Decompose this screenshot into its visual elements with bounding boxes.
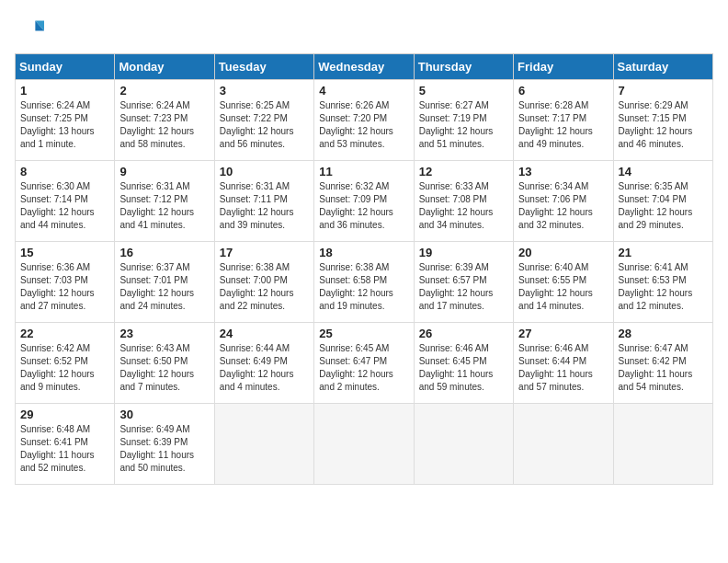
day-number: 20 bbox=[518, 246, 608, 259]
day-number: 8 bbox=[20, 165, 109, 178]
cell-info: Sunrise: 6:44 AM Sunset: 6:49 PM Dayligh… bbox=[220, 342, 309, 394]
sunrise-label: Sunrise: 6:32 AM bbox=[319, 181, 389, 191]
sunset-label: Sunset: 7:19 PM bbox=[419, 113, 487, 123]
sunrise-label: Sunrise: 6:36 AM bbox=[20, 262, 90, 272]
day-number: 19 bbox=[419, 246, 508, 259]
daylight-label: Daylight: 11 hours and 59 minutes. bbox=[419, 369, 494, 392]
calendar-day-cell: 24 Sunrise: 6:44 AM Sunset: 6:49 PM Dayl… bbox=[214, 323, 313, 404]
sunset-label: Sunset: 7:03 PM bbox=[20, 275, 88, 285]
day-number: 5 bbox=[419, 84, 508, 98]
calendar-day-cell: 2 Sunrise: 6:24 AM Sunset: 7:23 PM Dayli… bbox=[115, 80, 214, 161]
sunrise-label: Sunrise: 6:24 AM bbox=[20, 100, 90, 110]
sunset-label: Sunset: 6:42 PM bbox=[619, 356, 687, 366]
cell-info: Sunrise: 6:46 AM Sunset: 6:44 PM Dayligh… bbox=[518, 342, 608, 394]
day-number: 28 bbox=[619, 327, 708, 340]
daylight-label: Daylight: 12 hours and 51 minutes. bbox=[419, 126, 494, 149]
calendar-day-cell: 23 Sunrise: 6:43 AM Sunset: 6:50 PM Dayl… bbox=[115, 323, 214, 404]
sunrise-label: Sunrise: 6:24 AM bbox=[119, 100, 189, 110]
sunset-label: Sunset: 6:55 PM bbox=[518, 275, 586, 285]
daylight-label: Daylight: 12 hours and 2 minutes. bbox=[319, 369, 393, 392]
calendar-day-cell: 19 Sunrise: 6:39 AM Sunset: 6:57 PM Dayl… bbox=[414, 242, 513, 323]
cell-info: Sunrise: 6:24 AM Sunset: 7:23 PM Dayligh… bbox=[119, 99, 209, 151]
day-number: 11 bbox=[319, 165, 408, 178]
cell-info: Sunrise: 6:34 AM Sunset: 7:06 PM Dayligh… bbox=[518, 180, 608, 232]
calendar-day-cell: 3 Sunrise: 6:25 AM Sunset: 7:22 PM Dayli… bbox=[214, 80, 313, 161]
calendar-day-cell: 26 Sunrise: 6:46 AM Sunset: 6:45 PM Dayl… bbox=[414, 323, 513, 404]
cell-info: Sunrise: 6:45 AM Sunset: 6:47 PM Dayligh… bbox=[319, 342, 408, 394]
cell-info: Sunrise: 6:24 AM Sunset: 7:25 PM Dayligh… bbox=[20, 99, 109, 151]
daylight-label: Daylight: 11 hours and 57 minutes. bbox=[518, 369, 593, 392]
calendar-day-cell: 30 Sunrise: 6:49 AM Sunset: 6:39 PM Dayl… bbox=[115, 404, 214, 485]
daylight-label: Daylight: 12 hours and 46 minutes. bbox=[619, 126, 693, 149]
day-number: 30 bbox=[119, 408, 209, 421]
calendar-day-cell: 10 Sunrise: 6:31 AM Sunset: 7:11 PM Dayl… bbox=[214, 161, 313, 242]
day-number: 7 bbox=[619, 84, 708, 98]
sunrise-label: Sunrise: 6:31 AM bbox=[220, 181, 290, 191]
day-number: 25 bbox=[319, 327, 408, 340]
day-number: 2 bbox=[119, 84, 209, 98]
sunrise-label: Sunrise: 6:29 AM bbox=[619, 100, 688, 110]
calendar-day-cell: 27 Sunrise: 6:46 AM Sunset: 6:44 PM Dayl… bbox=[514, 323, 613, 404]
cell-info: Sunrise: 6:35 AM Sunset: 7:04 PM Dayligh… bbox=[619, 180, 708, 232]
cell-info: Sunrise: 6:26 AM Sunset: 7:20 PM Dayligh… bbox=[319, 99, 408, 151]
calendar-day-cell: 8 Sunrise: 6:30 AM Sunset: 7:14 PM Dayli… bbox=[16, 161, 115, 242]
sunrise-label: Sunrise: 6:42 AM bbox=[20, 343, 90, 353]
calendar-day-cell: 11 Sunrise: 6:32 AM Sunset: 7:09 PM Dayl… bbox=[314, 161, 414, 242]
sunrise-label: Sunrise: 6:27 AM bbox=[419, 100, 489, 110]
calendar-week-row: 29 Sunrise: 6:48 AM Sunset: 6:41 PM Dayl… bbox=[16, 404, 713, 485]
daylight-label: Daylight: 12 hours and 7 minutes. bbox=[119, 369, 194, 392]
sunset-label: Sunset: 6:58 PM bbox=[319, 275, 387, 285]
daylight-label: Daylight: 12 hours and 17 minutes. bbox=[419, 288, 494, 311]
daylight-label: Daylight: 12 hours and 36 minutes. bbox=[319, 207, 393, 230]
calendar-day-cell: 5 Sunrise: 6:27 AM Sunset: 7:19 PM Dayli… bbox=[414, 80, 513, 161]
daylight-label: Daylight: 12 hours and 49 minutes. bbox=[518, 126, 593, 149]
cell-info: Sunrise: 6:29 AM Sunset: 7:15 PM Dayligh… bbox=[619, 99, 708, 151]
calendar-day-cell: 28 Sunrise: 6:47 AM Sunset: 6:42 PM Dayl… bbox=[613, 323, 712, 404]
sunrise-label: Sunrise: 6:45 AM bbox=[319, 343, 389, 353]
sunrise-label: Sunrise: 6:35 AM bbox=[619, 181, 688, 191]
calendar-header-cell: Tuesday bbox=[214, 54, 313, 80]
sunset-label: Sunset: 7:23 PM bbox=[119, 113, 188, 123]
day-number: 13 bbox=[518, 165, 608, 178]
calendar-day-cell: 21 Sunrise: 6:41 AM Sunset: 6:53 PM Dayl… bbox=[613, 242, 712, 323]
sunset-label: Sunset: 7:00 PM bbox=[220, 275, 288, 285]
sunset-label: Sunset: 6:53 PM bbox=[619, 275, 687, 285]
daylight-label: Daylight: 11 hours and 50 minutes. bbox=[119, 450, 194, 473]
sunrise-label: Sunrise: 6:25 AM bbox=[220, 100, 290, 110]
day-number: 26 bbox=[419, 327, 508, 340]
sunrise-label: Sunrise: 6:41 AM bbox=[619, 262, 688, 272]
sunset-label: Sunset: 7:11 PM bbox=[220, 194, 288, 204]
calendar-day-cell: 13 Sunrise: 6:34 AM Sunset: 7:06 PM Dayl… bbox=[514, 161, 613, 242]
cell-info: Sunrise: 6:37 AM Sunset: 7:01 PM Dayligh… bbox=[119, 261, 209, 313]
daylight-label: Daylight: 12 hours and 39 minutes. bbox=[220, 207, 294, 230]
calendar-header-cell: Thursday bbox=[414, 54, 513, 80]
sunset-label: Sunset: 6:49 PM bbox=[220, 356, 288, 366]
sunrise-label: Sunrise: 6:30 AM bbox=[20, 181, 90, 191]
day-number: 10 bbox=[220, 165, 309, 178]
calendar-day-cell: 1 Sunrise: 6:24 AM Sunset: 7:25 PM Dayli… bbox=[16, 80, 115, 161]
day-number: 9 bbox=[119, 165, 209, 178]
day-number: 24 bbox=[220, 327, 309, 340]
cell-info: Sunrise: 6:36 AM Sunset: 7:03 PM Dayligh… bbox=[20, 261, 109, 313]
daylight-label: Daylight: 11 hours and 54 minutes. bbox=[619, 369, 693, 392]
calendar-week-row: 8 Sunrise: 6:30 AM Sunset: 7:14 PM Dayli… bbox=[16, 161, 713, 242]
calendar-header-cell: Wednesday bbox=[314, 54, 414, 80]
cell-info: Sunrise: 6:47 AM Sunset: 6:42 PM Dayligh… bbox=[619, 342, 708, 394]
sunrise-label: Sunrise: 6:39 AM bbox=[419, 262, 489, 272]
daylight-label: Daylight: 12 hours and 44 minutes. bbox=[20, 207, 95, 230]
cell-info: Sunrise: 6:46 AM Sunset: 6:45 PM Dayligh… bbox=[419, 342, 508, 394]
daylight-label: Daylight: 12 hours and 32 minutes. bbox=[518, 207, 593, 230]
day-number: 6 bbox=[518, 84, 608, 98]
sunrise-label: Sunrise: 6:40 AM bbox=[518, 262, 588, 272]
sunset-label: Sunset: 7:01 PM bbox=[119, 275, 188, 285]
sunset-label: Sunset: 7:14 PM bbox=[20, 194, 88, 204]
sunrise-label: Sunrise: 6:43 AM bbox=[119, 343, 189, 353]
sunset-label: Sunset: 6:45 PM bbox=[419, 356, 487, 366]
daylight-label: Daylight: 12 hours and 27 minutes. bbox=[20, 288, 95, 311]
cell-info: Sunrise: 6:32 AM Sunset: 7:09 PM Dayligh… bbox=[319, 180, 408, 232]
daylight-label: Daylight: 12 hours and 58 minutes. bbox=[119, 126, 194, 149]
day-number: 29 bbox=[20, 408, 109, 421]
cell-info: Sunrise: 6:33 AM Sunset: 7:08 PM Dayligh… bbox=[419, 180, 508, 232]
calendar-day-cell bbox=[514, 404, 613, 485]
daylight-label: Daylight: 12 hours and 34 minutes. bbox=[419, 207, 494, 230]
